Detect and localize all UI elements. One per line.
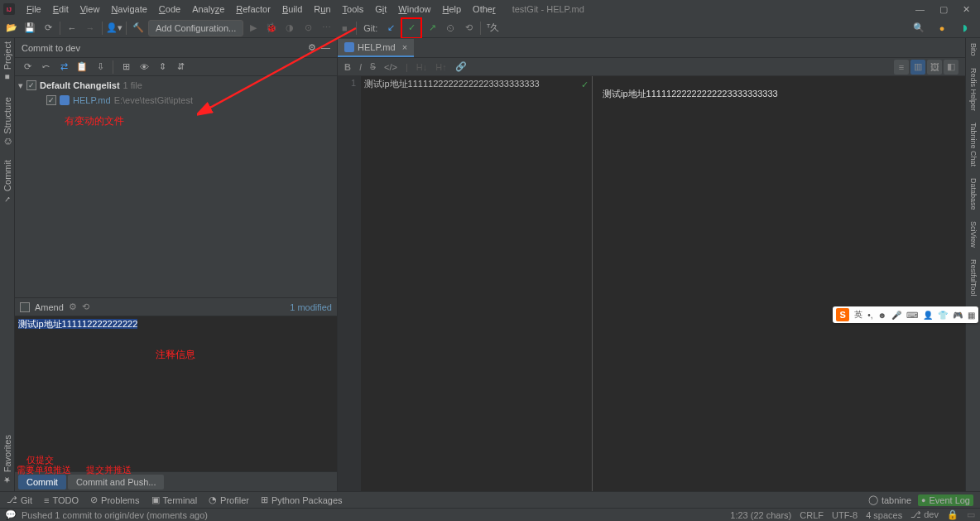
attach-icon[interactable]: ⋯ [318,20,334,36]
git-history-icon[interactable]: ⏲ [442,20,459,36]
commit-push-button[interactable]: Commit and Push... [68,475,165,490]
inspection-ok-icon[interactable]: ✓ [581,80,588,90]
changelist-row[interactable]: ▾ Default Changelist 1 file HELP.md E:\e… [15,76,337,109]
menu-help[interactable]: Help [437,2,466,16]
menu-build[interactable]: Build [277,2,307,16]
mem-indicator[interactable]: ▭ [967,509,975,520]
float-icon[interactable]: ◧ [944,60,958,75]
tool-problems[interactable]: ⊘ Problems [90,494,139,505]
git-branch[interactable]: ⎇ dev [910,509,939,520]
h1-icon[interactable]: H↓ [416,62,427,72]
tool-terminal[interactable]: ▣ Terminal [151,494,198,505]
h2-icon[interactable]: H↑ [435,62,446,72]
commit-message-input[interactable]: 测试ip地址111112222222222 注释信息 [15,316,337,471]
run-config-dropdown[interactable]: Add Configuration... [148,20,243,36]
coverage-icon[interactable]: ◑ [281,20,298,36]
refresh-icon[interactable]: ⟳ [20,60,35,75]
maximize-button[interactable]: ▢ [939,4,948,15]
lock-icon[interactable]: 🔒 [947,509,958,520]
shelve-icon[interactable]: ⇩ [93,60,108,75]
code-icon[interactable]: </> [384,62,397,72]
run-icon[interactable]: ▶ [245,20,262,36]
diff-icon[interactable]: ⇄ [56,60,71,75]
view-icon[interactable]: 👁 [137,60,151,75]
file-checkbox[interactable] [46,95,56,105]
split-view-icon[interactable]: ▥ [910,60,925,75]
tool-database[interactable]: Database [969,178,978,210]
tool-commit[interactable]: ✓ Commit [2,160,12,204]
line-separator[interactable]: CRLF [800,510,824,520]
git-rollback-icon[interactable]: ⟲ [460,20,477,36]
save-icon[interactable]: 💾 [22,20,38,36]
tool-tabnine-bottom[interactable]: ◯ tabnine [868,494,911,505]
strike-icon[interactable]: S̶ [370,61,376,72]
close-button[interactable]: ✕ [963,4,970,15]
rollback-icon[interactable]: ⤺ [38,60,53,75]
tool-todo[interactable]: ≡ TODO [44,495,79,505]
cws-icon[interactable]: ◗ [957,20,973,36]
tab-close-icon[interactable]: × [402,42,407,52]
menu-analyze[interactable]: Analyze [187,2,229,16]
notif-icon[interactable]: ● [934,20,950,36]
commit-button[interactable]: Commit [18,475,66,490]
changelist-checkbox[interactable] [26,80,36,90]
ime-lang[interactable]: 英 [854,309,862,321]
gear-icon[interactable]: ⚙ [69,302,77,312]
changed-file-row[interactable]: HELP.md E:\eve\testGit\iptest [15,93,337,108]
tool-bito[interactable]: Bito [969,43,978,56]
tool-redis[interactable]: Redis Helper [969,68,978,111]
editor-tab[interactable]: HELP.md × [338,39,414,57]
hammer-icon[interactable]: 🔨 [130,20,147,36]
link-icon[interactable]: 🔗 [455,61,467,72]
expand-arrow-icon[interactable]: ▾ [18,80,23,91]
encoding[interactable]: UTF-8 [832,510,858,520]
tool-structure[interactable]: ⌬ Structure [2,97,12,145]
group-icon[interactable]: ⊞ [118,60,133,75]
tool-sciview[interactable]: SciView [969,221,978,248]
translate-icon[interactable]: ᵀ久 [484,20,501,36]
amend-checkbox[interactable] [20,302,30,312]
ime-skin-icon[interactable]: 👕 [938,311,948,320]
hide-icon[interactable]: — [321,42,330,53]
menu-git[interactable]: Git [370,2,392,16]
ime-punct[interactable]: •, [867,311,872,320]
menu-edit[interactable]: Edit [48,2,74,16]
ime-emoji-icon[interactable]: ☻ [877,311,886,320]
stop-icon[interactable]: ■ [336,20,353,36]
menu-run[interactable]: Run [309,2,335,16]
menu-other[interactable]: Other [468,2,501,16]
tool-python[interactable]: ⊞ Python Packages [261,494,343,505]
gear-icon[interactable]: ⚙ [308,42,316,53]
open-icon[interactable]: 📂 [3,20,20,36]
ime-toolbar[interactable]: S 英 •, ☻ 🎤 ⌨ 👤 👕 🎮 ▦ [833,306,978,323]
menu-code[interactable]: Code [154,2,185,16]
tool-project[interactable]: ■ Project [2,41,12,82]
ime-user-icon[interactable]: 👤 [923,311,933,320]
git-commit-icon[interactable]: ✓ [403,20,420,36]
tool-restful[interactable]: RestfulTool [969,259,978,297]
menu-navigate[interactable]: Navigate [106,2,151,16]
ime-mic-icon[interactable]: 🎤 [891,311,901,320]
editor-only-icon[interactable]: ≡ [894,60,909,75]
back-icon[interactable]: ← [64,20,80,36]
code-editor[interactable]: 测试ip地址11111222222222223333333333 ✓ [361,76,593,491]
event-log[interactable]: ● Event Log [918,494,973,506]
sync-icon[interactable]: ⟳ [40,20,56,36]
tool-tabnine[interactable]: Tabnine Chat [969,123,978,166]
forward-icon[interactable]: → [82,20,98,36]
debug-icon[interactable]: 🐞 [263,20,280,36]
history-icon[interactable]: ⟲ [82,302,89,312]
changelist-icon[interactable]: 📋 [74,60,89,75]
caret-position[interactable]: 1:23 (22 chars) [730,510,791,520]
menu-view[interactable]: View [75,2,105,16]
git-update-icon[interactable]: ↙ [382,20,399,36]
ime-game-icon[interactable]: 🎮 [953,311,963,320]
bold-icon[interactable]: B [344,62,351,72]
menu-refactor[interactable]: Refactor [231,2,276,16]
tool-favorites[interactable]: ★ Favorites [2,435,12,485]
preview-only-icon[interactable]: 🖼 [927,60,942,75]
search-icon[interactable]: 🔍 [910,20,927,36]
git-push-icon[interactable]: ↗ [424,20,440,36]
ime-grid-icon[interactable]: ▦ [968,311,975,320]
expand-icon[interactable]: ⇕ [155,60,170,75]
